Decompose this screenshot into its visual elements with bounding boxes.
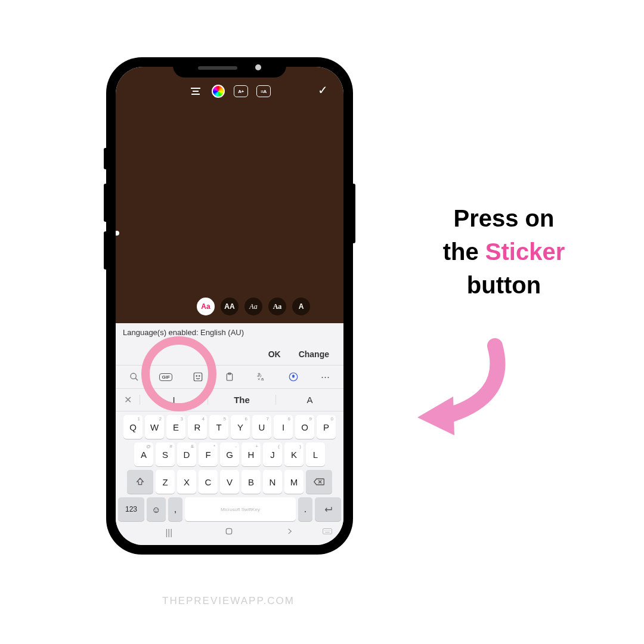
letter-key[interactable]: O9 [295,415,314,439]
watermark: THEPREVIEWAPP.COM [162,595,295,607]
letter-key[interactable]: W2 [145,415,164,439]
back-button[interactable] [286,527,294,537]
text-size-button[interactable]: A+ [233,83,249,99]
letter-key[interactable]: C [199,470,218,494]
font-picker-row[interactable]: Aa AA Aa Aa A [116,295,343,318]
letter-key[interactable]: M [284,470,304,494]
letter-key[interactable]: Y6 [231,415,250,439]
phone-screen: A+ =A ✓ Aa AA Aa Aa A Language(s) enable… [116,67,343,545]
text-cursor-handle[interactable] [116,231,119,236]
letter-key[interactable]: Q1 [123,415,143,439]
letter-key[interactable]: S# [156,442,175,466]
letter-key[interactable]: L [306,442,325,466]
recent-apps-button[interactable]: ||| [165,527,172,537]
dismiss-suggestions-button[interactable]: ✕ [116,394,140,405]
text-align-button[interactable] [188,83,203,99]
keyboard-panel: Language(s) enabled: English (AU) OK Cha… [116,323,343,545]
backspace-key[interactable] [306,470,332,494]
letter-key[interactable]: A@ [134,442,153,466]
svg-rect-12 [226,528,231,534]
power-button [352,184,355,243]
suggestion[interactable]: The [208,395,275,405]
font-chip[interactable]: AA [221,298,239,315]
phone-frame: A+ =A ✓ Aa AA Aa Aa A Language(s) enable… [107,58,352,553]
letter-key[interactable]: F* [199,442,218,466]
translate-button[interactable]: あa [247,367,276,386]
letter-key[interactable]: J( [263,442,282,466]
svg-rect-2 [194,373,202,381]
story-canvas[interactable]: A+ =A ✓ Aa AA Aa Aa A [116,67,343,323]
suggestion[interactable]: A [275,395,343,405]
ok-button[interactable]: OK [268,349,281,359]
qwerty-keyboard: Q1W2E3R4T5Y6U7I8O9P0 A@S#D&F*G-H+J(K)L Z… [116,411,343,527]
svg-point-0 [131,373,136,379]
suggestion[interactable]: I [140,395,208,405]
letter-key[interactable]: H+ [242,442,261,466]
gif-button[interactable]: GIF [151,367,180,386]
more-button[interactable]: ⋯ [311,367,340,386]
letter-key[interactable]: X [177,470,196,494]
svg-point-4 [199,376,200,377]
lightbulb-button[interactable] [278,367,308,386]
arrow-icon [394,334,525,441]
volume-down-button [104,231,107,270]
change-button[interactable]: Change [299,349,329,359]
enter-key[interactable] [315,497,341,521]
letter-key[interactable]: D& [177,442,196,466]
volume-up-button [104,184,107,222]
letter-key[interactable]: E3 [166,415,185,439]
svg-text:a: a [261,376,264,382]
period-key[interactable]: . [298,497,312,521]
done-button[interactable]: ✓ [315,82,330,98]
svg-rect-13 [323,528,332,534]
font-chip[interactable]: Aa [268,298,286,315]
font-chip[interactable]: A [292,298,310,315]
instruction-caption: Press on the Sticker button [400,202,608,302]
keyboard-toolbar: GIF あa ⋯ [116,365,343,389]
text-background-button[interactable]: =A [256,83,271,99]
shift-key[interactable] [127,470,153,494]
letter-key[interactable]: B [242,470,261,494]
home-button[interactable] [224,527,234,538]
keyboard-switch-button[interactable] [322,527,333,537]
font-chip[interactable]: Aa [244,298,262,315]
font-chip[interactable]: Aa [197,298,215,315]
letter-key[interactable]: T5 [209,415,228,439]
letter-key[interactable]: V [220,470,239,494]
color-wheel-button[interactable] [210,83,226,99]
space-key[interactable]: Microsoft SwiftKey [185,497,296,521]
suggestion-row: ✕ I The A [116,389,343,411]
search-icon[interactable] [119,367,148,386]
side-button [104,148,107,169]
clipboard-button[interactable] [215,367,244,386]
language-message: Language(s) enabled: English (AU) [116,323,343,343]
svg-line-1 [135,378,138,380]
android-navbar: ||| [116,525,343,539]
emoji-key[interactable]: ☺ [147,497,166,521]
letter-key[interactable]: P0 [317,415,336,439]
numeric-key[interactable]: 123 [118,497,144,521]
sticker-button[interactable] [183,367,212,386]
comma-key[interactable]: , [168,497,182,521]
letter-key[interactable]: Z [156,470,175,494]
letter-key[interactable]: N [263,470,282,494]
letter-key[interactable]: I8 [274,415,293,439]
letter-key[interactable]: K) [284,442,304,466]
letter-key[interactable]: G- [220,442,239,466]
color-wheel-icon [212,85,225,98]
svg-point-3 [196,376,197,377]
letter-key[interactable]: U7 [252,415,271,439]
letter-key[interactable]: R4 [188,415,207,439]
phone-notch [173,58,286,78]
story-top-toolbar: A+ =A [116,82,343,100]
